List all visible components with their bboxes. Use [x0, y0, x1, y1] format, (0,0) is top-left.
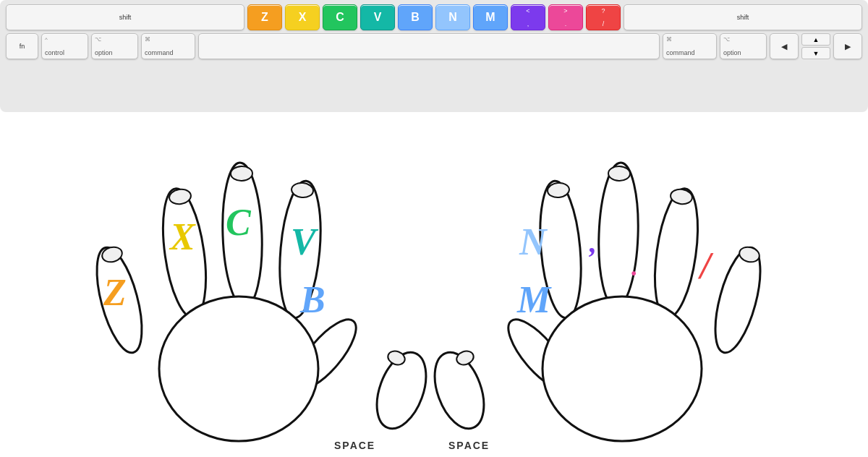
thumb-nails	[386, 349, 476, 367]
key-c-label: C	[336, 11, 344, 24]
key-arrow-down[interactable]: ▼	[801, 47, 830, 59]
key-comma[interactable]: < ,	[511, 4, 545, 30]
letter-z: Z	[103, 271, 127, 314]
key-period[interactable]: > .	[548, 4, 583, 30]
key-b-label: B	[411, 11, 420, 24]
key-slash-top: ?	[601, 7, 605, 14]
key-control[interactable]: ^ control	[41, 33, 88, 59]
key-v-label: V	[374, 11, 382, 24]
key-comma-bottom: ,	[527, 20, 529, 27]
svg-point-5	[159, 296, 318, 441]
key-arrow-up[interactable]: ▲	[801, 33, 830, 46]
key-period-bottom: .	[565, 20, 567, 27]
command-label: command	[145, 49, 174, 56]
arrow-left-icon: ◀	[781, 42, 787, 51]
key-x-label: X	[299, 11, 307, 24]
key-arrows-ud: ▲ ▼	[801, 33, 830, 59]
letter-slash: /	[700, 244, 710, 287]
key-x[interactable]: X	[285, 4, 320, 30]
svg-point-16	[231, 166, 253, 181]
key-z-label: Z	[261, 11, 268, 24]
key-option-right[interactable]: ⌥ option	[720, 33, 767, 59]
letter-n: N	[519, 221, 547, 263]
key-b[interactable]: B	[398, 4, 433, 30]
letter-x: X	[170, 215, 195, 258]
arrow-up-icon: ▲	[813, 36, 820, 43]
letter-m: M	[517, 278, 550, 321]
key-comma-top: <	[526, 7, 529, 14]
key-slash[interactable]: ? /	[586, 4, 621, 30]
key-n[interactable]: N	[435, 4, 470, 30]
svg-point-8	[648, 186, 705, 320]
option-r-symbol: ⌥	[723, 36, 730, 43]
letter-comma: ,	[590, 226, 597, 260]
letter-period: .	[631, 252, 638, 282]
shift-left-label: shift	[119, 14, 132, 21]
key-z[interactable]: Z	[247, 4, 282, 30]
hands-illustration: Z X C V B N M , . / SPACE SPACE	[0, 87, 868, 457]
key-m-label: M	[485, 11, 495, 24]
key-fn[interactable]: fn	[6, 33, 38, 59]
key-option-left[interactable]: ⌥ option	[91, 33, 138, 59]
command-symbol: ⌘	[145, 36, 150, 43]
command-r-symbol: ⌘	[666, 36, 672, 43]
key-arrow-right[interactable]: ▶	[833, 33, 862, 59]
control-label: control	[45, 49, 64, 56]
fn-label: fn	[20, 43, 25, 50]
key-n-label: N	[448, 11, 457, 24]
key-period-top: >	[563, 7, 567, 14]
option-label: option	[95, 49, 113, 56]
key-m[interactable]: M	[473, 4, 508, 30]
svg-point-7	[597, 162, 641, 308]
letter-b: B	[300, 278, 326, 321]
svg-point-19	[608, 166, 631, 181]
shift-right-label: shift	[737, 14, 749, 21]
option-symbol: ⌥	[95, 36, 101, 43]
key-command-left[interactable]: ⌘ command	[141, 33, 195, 59]
control-symbol: ^	[45, 36, 48, 43]
key-slash-bottom: /	[603, 20, 605, 27]
key-shift-left[interactable]: shift	[6, 4, 244, 30]
key-space[interactable]	[198, 33, 660, 59]
hands-svg	[0, 87, 868, 457]
keyboard-modifier-row: fn ^ control ⌥ option ⌘ command ⌘ comman…	[6, 33, 862, 59]
key-command-right[interactable]: ⌘ command	[663, 33, 717, 59]
key-arrow-left[interactable]: ◀	[770, 33, 799, 59]
key-c[interactable]: C	[323, 4, 357, 30]
key-v[interactable]: V	[360, 4, 395, 30]
arrow-down-icon: ▼	[813, 50, 820, 57]
space-label-right: SPACE	[448, 440, 490, 451]
svg-point-9	[706, 243, 769, 357]
arrow-right-icon: ▶	[845, 42, 851, 51]
key-shift-right[interactable]: shift	[624, 4, 862, 30]
svg-point-11	[542, 296, 702, 441]
letter-v: V	[291, 221, 316, 263]
command-r-label: command	[666, 49, 695, 56]
keyboard-bottom-row: shift Z X C V B N M < , > .	[6, 4, 862, 30]
space-label-left: SPACE	[334, 440, 375, 451]
option-r-label: option	[723, 49, 741, 56]
letter-c: C	[226, 201, 251, 244]
